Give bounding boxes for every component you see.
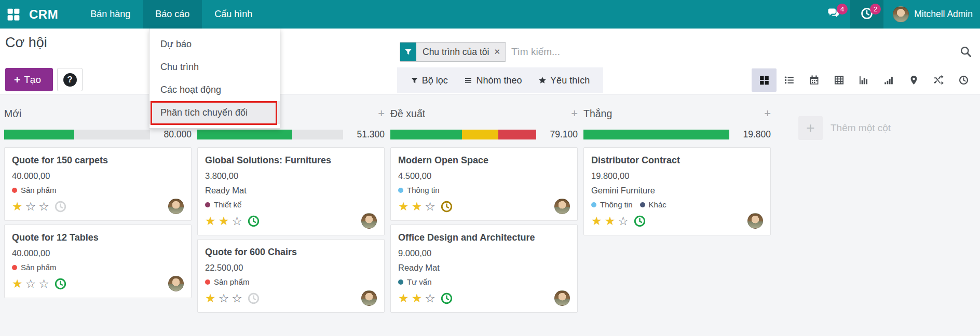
avatar[interactable] [361, 290, 377, 306]
menu-item-du-bao[interactable]: Dự báo [149, 33, 280, 55]
priority-stars[interactable]: ★☆☆ [12, 276, 49, 291]
avatar[interactable] [554, 199, 570, 214]
progress-bar[interactable] [583, 130, 729, 139]
messages-button[interactable]: 4 [817, 0, 850, 29]
progress-segment[interactable] [583, 130, 729, 139]
priority-stars[interactable]: ★☆☆ [12, 199, 49, 214]
progress-segment[interactable] [197, 130, 292, 139]
tag-thong-tin[interactable]: Thông tin [591, 200, 633, 209]
progress-segment[interactable] [390, 130, 462, 139]
progress-bar[interactable] [390, 130, 536, 139]
top-menu-ban-hang[interactable]: Bán hàng [78, 0, 143, 29]
remove-facet-icon[interactable]: ✕ [494, 47, 500, 57]
opportunity-card[interactable]: Quote for 150 carpets40.000,00Sản phẩm★☆… [4, 147, 192, 221]
tag-san-pham[interactable]: Sản phẩm [12, 263, 56, 272]
progress-segment[interactable] [498, 130, 536, 139]
opportunity-card[interactable]: Quote for 600 Chairs22.500,00Sản phẩm★☆☆ [197, 239, 385, 313]
opportunity-card[interactable]: Distributor Contract19.800,00Gemini Furn… [583, 147, 771, 235]
priority-stars[interactable]: ★★☆ [398, 291, 435, 305]
progress-bar[interactable] [4, 130, 150, 139]
star-filled-icon[interactable]: ★ [605, 214, 616, 228]
priority-stars[interactable]: ★★☆ [398, 199, 435, 214]
tag-thiet-ke[interactable]: Thiết kế [205, 200, 241, 209]
filter-toolbar-bo-loc-button[interactable]: Bộ lọc [411, 75, 448, 86]
top-menu-bao-cao[interactable]: Báo cáo [143, 0, 202, 29]
activity-clock-icon[interactable] [248, 215, 260, 227]
star-filled-icon[interactable]: ★ [205, 291, 216, 305]
star-filled-icon[interactable]: ★ [412, 291, 423, 305]
star-filled-icon[interactable]: ★ [12, 199, 23, 214]
tag-san-pham[interactable]: Sản phẩm [12, 186, 56, 194]
star-filled-icon[interactable]: ★ [591, 214, 602, 228]
star-filled-icon[interactable]: ★ [205, 214, 216, 228]
star-empty-icon[interactable]: ☆ [618, 214, 629, 228]
menu-item-chu-trinh[interactable]: Chu trình [149, 55, 280, 78]
view-clock-button[interactable] [951, 68, 976, 92]
activities-button[interactable]: 2 [850, 0, 883, 29]
activity-clock-icon[interactable] [441, 201, 453, 213]
tag-tu-van[interactable]: Tư vấn [398, 277, 432, 286]
view-cohort-button[interactable] [876, 68, 901, 92]
star-empty-icon[interactable]: ☆ [232, 291, 242, 305]
star-filled-icon[interactable]: ★ [219, 214, 229, 228]
view-pivot-button[interactable] [826, 68, 851, 92]
opportunity-card[interactable]: Office Design and Architecture9.000,00Re… [390, 225, 578, 313]
view-random-button[interactable] [926, 68, 951, 92]
star-filled-icon[interactable]: ★ [12, 276, 23, 291]
view-map-button[interactable] [901, 68, 926, 92]
user-menu[interactable]: Mitchell Admin [883, 0, 980, 29]
priority-stars[interactable]: ★★☆ [591, 214, 629, 228]
add-column-button[interactable]: + [798, 116, 823, 140]
progress-segment[interactable] [4, 130, 74, 139]
top-menu-cau-hinh[interactable]: Cấu hình [202, 0, 265, 29]
avatar[interactable] [554, 290, 570, 306]
avatar[interactable] [168, 199, 184, 214]
star-empty-icon[interactable]: ☆ [219, 291, 229, 305]
menu-item-phan-tich-chuyen-oi[interactable]: Phân tích chuyển đổi [149, 101, 280, 124]
star-empty-icon[interactable]: ☆ [25, 276, 36, 291]
view-kanban-button[interactable] [752, 68, 777, 92]
avatar[interactable] [747, 213, 763, 229]
progress-segment[interactable] [292, 130, 343, 139]
opportunity-card[interactable]: Quote for 12 Tables40.000,00Sản phẩm★☆☆ [4, 225, 192, 298]
priority-stars[interactable]: ★★☆ [205, 214, 242, 228]
activity-clock-icon[interactable] [441, 292, 453, 304]
star-empty-icon[interactable]: ☆ [25, 199, 36, 214]
star-filled-icon[interactable]: ★ [398, 199, 409, 214]
activity-clock-icon[interactable] [55, 201, 66, 213]
star-empty-icon[interactable]: ☆ [425, 291, 435, 305]
apps-menu-icon[interactable] [0, 0, 20, 29]
star-empty-icon[interactable]: ☆ [38, 276, 49, 291]
search-facet[interactable]: Chu trình của tôi ✕ [400, 42, 506, 62]
priority-stars[interactable]: ★☆☆ [205, 291, 242, 305]
activity-clock-icon[interactable] [55, 278, 66, 290]
app-name[interactable]: CRM [29, 0, 58, 29]
tag-san-pham[interactable]: Sản phẩm [205, 277, 249, 286]
progress-segment[interactable] [462, 130, 498, 139]
create-button[interactable]: + Tạo [5, 68, 53, 91]
opportunity-card[interactable]: Global Solutions: Furnitures3.800,00Read… [197, 147, 385, 235]
star-filled-icon[interactable]: ★ [398, 291, 409, 305]
search-icon[interactable] [960, 46, 972, 60]
menu-item-cac-hoat-ong[interactable]: Các hoạt động [149, 78, 280, 101]
avatar[interactable] [361, 213, 377, 229]
progress-segment[interactable] [74, 130, 150, 139]
star-empty-icon[interactable]: ☆ [38, 199, 49, 214]
quick-add-icon[interactable]: + [764, 108, 771, 119]
search-input[interactable] [506, 46, 975, 58]
tag-khac[interactable]: Khác [640, 200, 666, 209]
opportunity-card[interactable]: Modern Open Space4.500,00Thông tin★★☆ [390, 147, 578, 221]
star-filled-icon[interactable]: ★ [412, 199, 423, 214]
quick-add-icon[interactable]: + [378, 108, 385, 119]
activity-clock-icon[interactable] [634, 215, 646, 227]
star-empty-icon[interactable]: ☆ [232, 214, 242, 228]
view-graph-button[interactable] [851, 68, 876, 92]
view-calendar-button[interactable] [801, 68, 826, 92]
avatar[interactable] [168, 276, 184, 291]
progress-bar[interactable] [197, 130, 343, 139]
tag-thong-tin[interactable]: Thông tin [398, 186, 440, 194]
quick-add-icon[interactable]: + [571, 108, 578, 119]
help-button[interactable]: ? [57, 68, 83, 91]
view-list-button[interactable] [777, 68, 801, 92]
activity-clock-icon[interactable] [248, 292, 260, 304]
